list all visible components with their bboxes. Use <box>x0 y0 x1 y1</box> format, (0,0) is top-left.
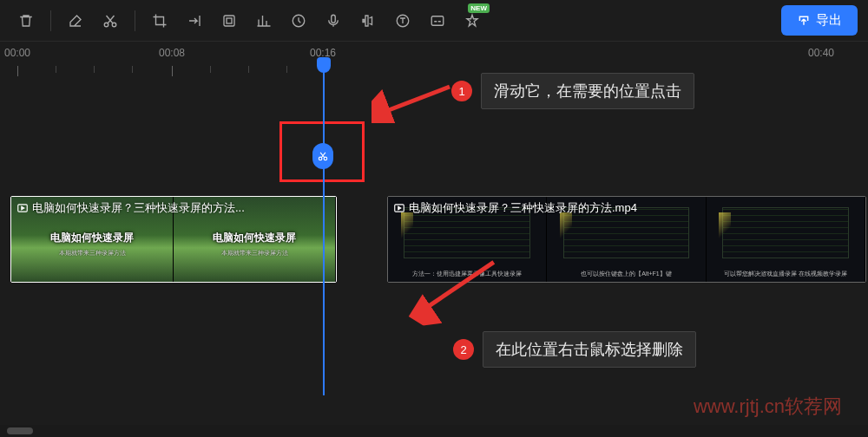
svg-rect-3 <box>227 18 232 23</box>
clip-title: 电脑如何快速录屏？三种快速录屏的方法... <box>32 200 245 216</box>
callout-number: 2 <box>453 339 474 360</box>
callout-text: 滑动它，在需要的位置点击 <box>481 73 694 109</box>
divider <box>50 10 51 31</box>
edit-button[interactable] <box>60 5 91 36</box>
subtitle-button[interactable] <box>422 5 453 36</box>
export-button[interactable]: 导出 <box>781 5 858 36</box>
annotation-arrow-1 <box>372 80 458 123</box>
callout-1: 1 滑动它，在需要的位置点击 <box>451 73 694 109</box>
scale-button[interactable] <box>248 5 279 36</box>
svg-rect-7 <box>431 16 444 25</box>
callout-text: 在此位置右击鼠标选择删除 <box>483 331 696 368</box>
voice-button[interactable] <box>352 5 384 36</box>
horizontal-scrollbar[interactable] <box>0 425 868 437</box>
cut-handle[interactable] <box>312 143 333 169</box>
divider <box>135 10 135 31</box>
export-label: 导出 <box>816 12 842 29</box>
cut-button[interactable] <box>95 5 126 36</box>
video-track: 电脑如何快速录屏？三种快速录屏的方法... 电脑如何快速录屏本期就带来三种录屏方… <box>10 196 858 283</box>
mic-button[interactable] <box>318 5 349 36</box>
scrollbar-thumb[interactable] <box>7 427 33 434</box>
ruler-label: 00:00 <box>4 47 30 59</box>
watermark: www.rjtj.cn软荐网 <box>694 394 842 420</box>
time-button[interactable] <box>283 5 314 36</box>
playhead-handle[interactable] <box>317 57 331 73</box>
playhead[interactable] <box>323 66 325 395</box>
ruler-label: 00:08 <box>159 47 185 59</box>
clip-title: 电脑如何快速录屏？三种快速录屏的方法.mp4 <box>409 200 637 216</box>
crop-button[interactable] <box>144 5 175 36</box>
video-icon <box>16 202 29 214</box>
freeze-button[interactable] <box>214 5 245 36</box>
new-badge-label: NEW <box>468 3 490 13</box>
delete-button[interactable] <box>10 5 42 36</box>
new-feature-button[interactable]: NEW <box>457 5 488 36</box>
ruler-label: 00:40 <box>808 47 834 59</box>
svg-line-12 <box>382 87 450 113</box>
text-button[interactable] <box>387 5 418 36</box>
timeline-ruler[interactable]: 00:00 00:08 00:16 00:40 <box>0 42 868 78</box>
toolbar: NEW 导出 <box>0 0 868 42</box>
reverse-button[interactable] <box>179 5 210 36</box>
callout-2: 2 在此位置右击鼠标选择删除 <box>453 331 696 368</box>
video-icon <box>393 202 405 214</box>
svg-rect-5 <box>332 15 336 23</box>
svg-rect-2 <box>224 16 234 26</box>
callout-number: 1 <box>451 81 472 101</box>
clip-a[interactable]: 电脑如何快速录屏？三种快速录屏的方法... 电脑如何快速录屏本期就带来三种录屏方… <box>10 196 337 283</box>
